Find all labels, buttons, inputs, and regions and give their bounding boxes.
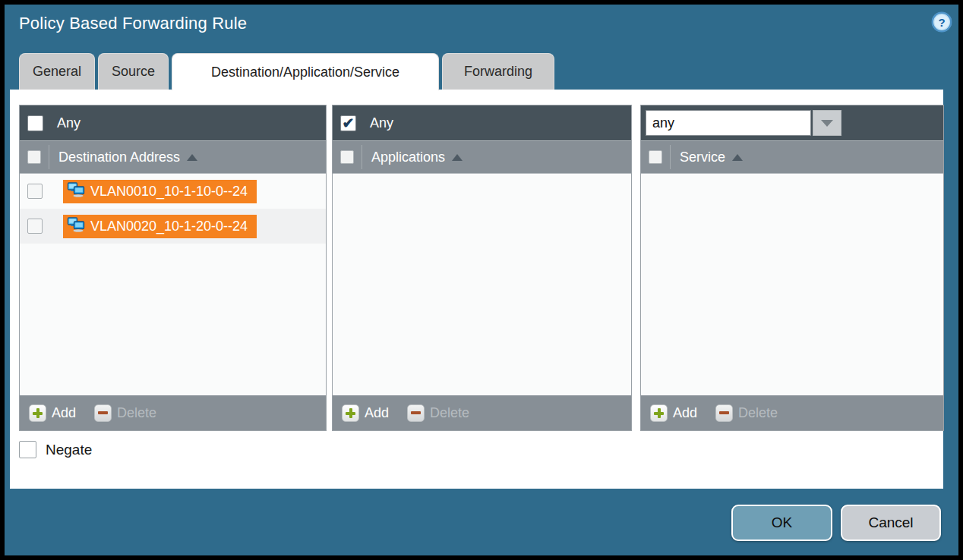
destination-footer: Add Delete bbox=[20, 395, 326, 430]
service-type-value[interactable]: any bbox=[646, 110, 811, 136]
network-icon bbox=[67, 217, 85, 235]
service-type-dropdown[interactable]: any bbox=[646, 110, 841, 136]
minus-icon bbox=[411, 411, 421, 414]
address-badge[interactable]: VLAN0020_10-1-20-0--24 bbox=[63, 215, 257, 238]
service-select-all-checkbox[interactable] bbox=[649, 150, 662, 164]
sort-asc-icon bbox=[732, 154, 743, 161]
destination-any-checkbox[interactable] bbox=[27, 115, 43, 131]
address-badge[interactable]: VLAN0010_10-1-10-0--24 bbox=[63, 180, 257, 203]
delete-button: Delete bbox=[407, 404, 469, 422]
negate-label: Negate bbox=[46, 442, 92, 458]
negate-checkbox[interactable] bbox=[19, 441, 36, 458]
chevron-down-icon[interactable] bbox=[813, 110, 841, 136]
plus-icon bbox=[654, 408, 664, 418]
row-checkbox[interactable] bbox=[27, 184, 43, 199]
destination-column-header[interactable]: Destination Address bbox=[20, 140, 326, 174]
destination-select-all-checkbox[interactable] bbox=[27, 150, 41, 164]
add-button[interactable]: Add bbox=[650, 404, 697, 422]
add-button[interactable]: Add bbox=[29, 404, 76, 422]
minus-icon bbox=[98, 411, 108, 414]
service-footer: Add Delete bbox=[641, 395, 943, 430]
negate-option: Negate bbox=[19, 441, 92, 458]
delete-button: Delete bbox=[94, 404, 156, 422]
network-icon bbox=[67, 182, 85, 200]
sort-asc-icon bbox=[187, 154, 197, 161]
tab-content-panel: Any Destination Address bbox=[10, 90, 943, 489]
tab-forwarding[interactable]: Forwarding bbox=[442, 53, 554, 90]
add-button[interactable]: Add bbox=[342, 404, 389, 422]
ok-button[interactable]: OK bbox=[731, 505, 832, 541]
sort-asc-icon bbox=[452, 154, 463, 161]
help-icon[interactable]: ? bbox=[931, 11, 952, 33]
plus-icon bbox=[33, 408, 43, 418]
destination-address-column: Any Destination Address bbox=[19, 105, 327, 431]
service-list bbox=[641, 174, 943, 395]
delete-button: Delete bbox=[715, 404, 778, 422]
applications-list bbox=[333, 174, 631, 395]
address-label: VLAN0020_10-1-20-0--24 bbox=[90, 219, 248, 234]
row-checkbox[interactable] bbox=[27, 219, 43, 234]
applications-any-bar: Any bbox=[333, 105, 631, 140]
policy-based-forwarding-dialog: Policy Based Forwarding Rule ? General S… bbox=[5, 5, 958, 555]
cancel-button[interactable]: Cancel bbox=[841, 505, 941, 541]
applications-column: Any Applications Add Delete bbox=[332, 105, 632, 431]
address-label: VLAN0010_10-1-10-0--24 bbox=[90, 184, 248, 200]
applications-select-all-checkbox[interactable] bbox=[340, 150, 354, 164]
applications-any-checkbox[interactable] bbox=[340, 115, 356, 131]
tab-bar: General Source Destination/Application/S… bbox=[19, 53, 554, 90]
svg-text:?: ? bbox=[938, 16, 945, 29]
applications-column-header[interactable]: Applications bbox=[333, 140, 631, 174]
screen: Policy Based Forwarding Rule ? General S… bbox=[0, 0, 963, 560]
dialog-title: Policy Based Forwarding Rule bbox=[19, 14, 247, 33]
tab-destination-application-service[interactable]: Destination/Application/Service bbox=[172, 53, 439, 90]
tab-general[interactable]: General bbox=[19, 53, 95, 90]
table-row[interactable]: VLAN0010_10-1-10-0--24 bbox=[20, 174, 326, 209]
service-column-header[interactable]: Service bbox=[641, 140, 943, 174]
applications-any-label: Any bbox=[370, 115, 393, 131]
table-row[interactable]: VLAN0020_10-1-20-0--24 bbox=[20, 209, 326, 244]
applications-footer: Add Delete bbox=[333, 395, 631, 430]
destination-header-label: Destination Address bbox=[58, 149, 180, 165]
minus-icon bbox=[719, 411, 729, 414]
destination-any-bar: Any bbox=[20, 105, 326, 140]
service-any-bar: any bbox=[641, 105, 943, 140]
service-column: any Service Add bbox=[640, 105, 944, 431]
destination-list: VLAN0010_10-1-10-0--24 bbox=[20, 174, 326, 395]
plus-icon bbox=[346, 408, 355, 418]
tab-source[interactable]: Source bbox=[98, 53, 169, 90]
service-header-label: Service bbox=[680, 149, 725, 165]
destination-any-label: Any bbox=[57, 115, 81, 131]
applications-header-label: Applications bbox=[371, 149, 445, 165]
